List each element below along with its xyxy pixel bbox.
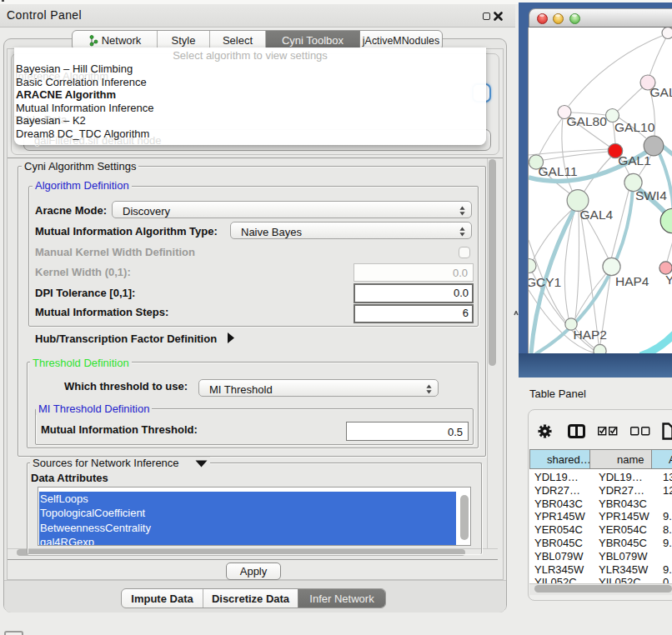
svg-text:GAL10: GAL10 (614, 120, 655, 134)
svg-text:GCY1: GCY1 (529, 275, 561, 289)
svg-text:GAL11: GAL11 (539, 164, 578, 178)
svg-text:SWI4: SWI4 (635, 188, 667, 202)
svg-text:GAL4: GAL4 (580, 208, 614, 222)
svg-text:GAL1: GAL1 (618, 153, 651, 168)
svg-text:GAL: GAL (650, 85, 672, 99)
svg-text:HAP4: HAP4 (615, 274, 649, 288)
svg-text:HAP2: HAP2 (574, 328, 608, 342)
svg-text:GAL80: GAL80 (567, 114, 608, 128)
svg-text:Y: Y (665, 272, 672, 287)
